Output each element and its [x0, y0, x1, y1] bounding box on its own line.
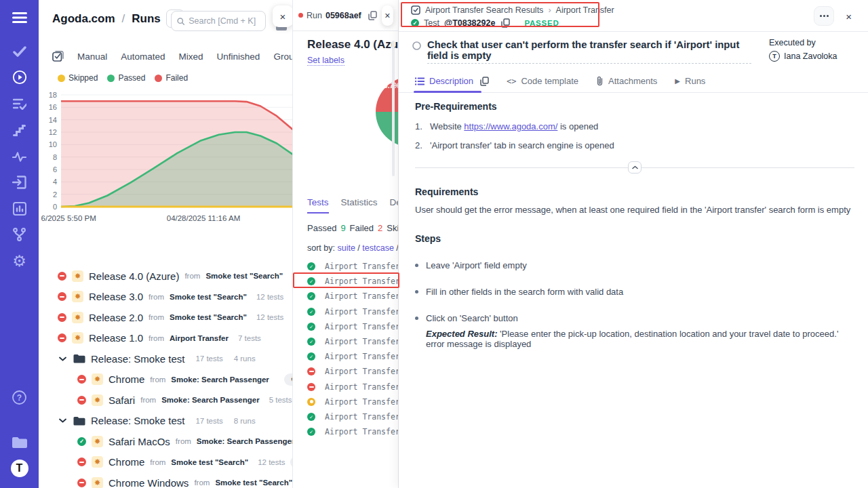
run-group-row[interactable]: Release: Smoke test 17 tests 4 runs	[39, 348, 293, 369]
runs-filter-tab[interactable]: Manual	[77, 52, 107, 62]
test-list-item[interactable]: Airport Transfer	[293, 319, 399, 334]
run-name: Release 3.0	[89, 291, 143, 302]
test-list-item[interactable]: Airport Transfer	[293, 274, 399, 289]
pre-requirements-list: 1. Website https://www.agoda.com/ is ope…	[415, 121, 854, 150]
test-list-item[interactable]: Airport Transfer	[293, 409, 399, 424]
set-labels-link[interactable]: Set labels	[307, 56, 344, 66]
reports-nav-icon[interactable]	[0, 199, 39, 218]
test-name: Airport Transfer	[325, 277, 399, 286]
run-list-item[interactable]: ✸ Release 4.0 (Azure) from Smoke test "S…	[39, 266, 293, 287]
run-tab-defects[interactable]: Defects	[390, 197, 399, 214]
run-list-item[interactable]: ✸ Release 2.0 from Smoke test "Search" 1…	[39, 307, 293, 328]
test-list-item[interactable]: Airport Transfer	[293, 334, 399, 349]
copy-description-button[interactable]	[480, 77, 489, 86]
branches-nav-icon[interactable]	[0, 225, 39, 244]
step-item: Leave 'Airport' field empty	[415, 260, 854, 270]
runs-filter-tab[interactable]: Mixed	[179, 52, 203, 62]
chevron-down-icon[interactable]	[59, 357, 66, 361]
run-source-suite: Smoke: Search Passenger	[161, 396, 259, 404]
breadcrumb-suite[interactable]: Airport Transfer Search Results	[425, 5, 543, 15]
breadcrumb-subsuite[interactable]: Airport Transfer	[556, 5, 614, 15]
run-list-item[interactable]: ✸ Release 1.0 from Airport Transfer 7 te…	[39, 328, 293, 349]
run-list-item[interactable]: ✸ Chrome Windows from Smoke test "Search…	[39, 472, 293, 488]
chevron-up-icon	[632, 165, 638, 169]
copy-test-id-button[interactable]	[500, 17, 511, 29]
tab-description[interactable]: Description	[415, 76, 473, 86]
test-list-item[interactable]: Airport Transfer	[293, 424, 399, 439]
run-status-icon	[77, 458, 86, 466]
test-name: Airport Transfer	[325, 367, 399, 376]
close-run-panel-button[interactable]: ×	[382, 5, 393, 26]
item-suffix: is opened	[557, 121, 598, 131]
run-tests-count: 12 tests	[258, 458, 285, 466]
help-icon[interactable]: ?	[0, 388, 39, 407]
tab-attachments[interactable]: Attachments	[596, 76, 657, 86]
run-group-row[interactable]: Release: Smoke test 17 tests 8 runs	[39, 411, 293, 432]
tab-runs[interactable]: ▶Runs	[675, 76, 705, 86]
test-list-item[interactable]: Airport Transfer	[293, 259, 399, 274]
run-list-item[interactable]: ✸ Chrome from Smoke: Search Passenger ⚙M…	[39, 369, 293, 390]
search-input[interactable]	[189, 16, 260, 26]
run-tab-tests[interactable]: Tests	[307, 197, 329, 214]
test-status-icon	[307, 398, 315, 406]
run-tab-statistics[interactable]: Statistics	[341, 197, 378, 214]
test-name: Airport Transfer	[325, 427, 399, 436]
step-text: Click on 'Search' button	[426, 313, 518, 323]
app-root: { "icons": { "gear": "⚙", "spark": "✸", …	[0, 0, 868, 488]
close-detail-button[interactable]: ×	[846, 11, 852, 22]
import-nav-icon[interactable]	[0, 173, 39, 192]
hamburger-menu-icon[interactable]	[0, 8, 39, 27]
run-list-item[interactable]: ✸ Safari MacOs from Smoke: Search Passen…	[39, 431, 293, 452]
run-source-suite: Smoke: Search Passenger	[197, 437, 293, 445]
run-list-item[interactable]: ✸ Safari from Smoke: Search Passenger 5 …	[39, 390, 293, 411]
test-list-item[interactable]: Airport Transfer	[293, 394, 399, 409]
activity-nav-icon[interactable]	[0, 147, 39, 166]
folder-icon	[73, 416, 85, 426]
close-panel-button[interactable]: ×	[273, 5, 293, 27]
test-plan-nav-icon[interactable]	[0, 94, 39, 113]
test-list-item[interactable]: Airport Transfer	[293, 304, 399, 319]
projects-folder-icon[interactable]	[0, 432, 39, 451]
run-status-icon	[58, 333, 66, 342]
run-from-label: from	[194, 479, 210, 487]
run-status-dot	[298, 13, 303, 18]
collapse-button[interactable]	[628, 161, 642, 174]
test-name: Airport Transfer	[325, 352, 399, 361]
step-text: Fill in other fields in the search form …	[426, 287, 623, 297]
chevron-down-icon[interactable]	[59, 418, 66, 423]
runs-list: ✸ Release 4.0 (Azure) from Smoke test "S…	[39, 266, 293, 488]
sort-option-suite[interactable]: suite	[337, 243, 355, 253]
test-list-item[interactable]: Airport Transfer	[293, 349, 399, 364]
test-list-item[interactable]: Airport Transfer	[293, 364, 399, 379]
test-title[interactable]: Check that user can't perform the transf…	[427, 39, 751, 64]
spark-icon: ✸	[92, 394, 103, 406]
runs-filter-tab[interactable]: Unfinished	[217, 52, 260, 62]
test-list-item[interactable]: Airport Transfer	[293, 380, 399, 394]
bullet-icon	[415, 264, 418, 267]
select-runs-icon[interactable]	[52, 51, 64, 62]
tab-code-template[interactable]: <>Code template	[507, 76, 578, 86]
steps-list: Leave 'Airport' field empty Fill in othe…	[415, 260, 854, 323]
test-name: Airport Transfer	[325, 322, 399, 331]
more-actions-button[interactable]	[814, 6, 834, 26]
milestones-nav-icon[interactable]	[0, 121, 39, 140]
scrollbar[interactable]	[392, 41, 395, 176]
svg-text:8: 8	[53, 153, 57, 161]
check-nav-icon[interactable]	[0, 42, 39, 61]
run-list-item[interactable]: ✸ Release 3.0 from Smoke test "Search" 1…	[39, 287, 293, 308]
run-list-item[interactable]: ✸ Chrome from Smoke test "Search" 12 tes…	[39, 452, 293, 473]
test-list-item[interactable]: Airport Transfer	[293, 289, 399, 304]
copy-run-id-button[interactable]	[367, 9, 378, 22]
run-badges: ⚙MacOS⚙Chrome	[284, 373, 293, 386]
settings-nav-icon[interactable]: ⚙	[0, 251, 39, 270]
runs-filter-tab[interactable]: Automated	[121, 52, 165, 62]
paperclip-icon	[596, 76, 604, 86]
test-title-row: Check that user can't perform the transf…	[412, 39, 751, 64]
executed-by-block: Executed by T Iana Zavoloka	[769, 38, 852, 62]
sort-option-testcase[interactable]: testcase	[362, 243, 394, 253]
breadcrumb-project[interactable]: Agoda.com	[52, 12, 115, 26]
external-link[interactable]: https://www.agoda.com/	[464, 121, 557, 131]
runs-filter-tab[interactable]: Groups	[273, 52, 293, 62]
runs-nav-icon[interactable]	[0, 68, 39, 87]
testomat-logo[interactable]: T	[0, 459, 39, 478]
